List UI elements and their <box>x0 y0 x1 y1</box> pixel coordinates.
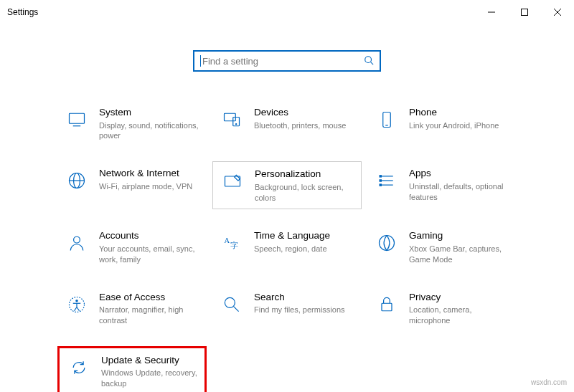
tile-accounts[interactable]: Accounts Your accounts, email, sync, wor… <box>57 224 207 270</box>
svg-line-34 <box>234 306 239 311</box>
svg-point-26 <box>380 236 395 251</box>
tile-title: Ease of Access <box>99 291 199 304</box>
svg-rect-20 <box>380 175 382 178</box>
search-icon <box>364 55 374 67</box>
tile-desc: Bluetooth, printers, mouse <box>254 120 354 131</box>
devices-icon <box>220 107 244 132</box>
tile-title: Time & Language <box>254 229 354 242</box>
svg-text:A: A <box>225 236 230 244</box>
svg-point-10 <box>236 124 237 125</box>
gaming-icon <box>375 231 399 255</box>
close-button[interactable] <box>541 0 574 24</box>
svg-rect-6 <box>70 113 85 123</box>
tile-title: Search <box>254 291 354 304</box>
tile-desc: Background, lock screen, colors <box>255 182 354 204</box>
svg-line-31 <box>75 307 77 310</box>
settings-grid: System Display, sound, notifications, po… <box>57 100 517 392</box>
svg-text:字: 字 <box>230 241 238 249</box>
phone-icon <box>375 107 399 132</box>
close-icon <box>554 9 561 16</box>
minimize-icon <box>488 9 495 16</box>
tile-desc: Narrator, magnifier, high contrast <box>99 305 199 326</box>
svg-point-28 <box>75 300 78 302</box>
tile-desc: Display, sound, notifications, power <box>99 120 199 142</box>
window-title: Settings <box>7 7 38 17</box>
tile-title: Accounts <box>99 229 199 242</box>
network-icon <box>65 168 89 193</box>
tile-title: Update & Security <box>101 354 197 367</box>
tile-title: Apps <box>409 167 509 180</box>
svg-rect-35 <box>382 303 392 311</box>
tile-title: System <box>99 106 199 119</box>
privacy-icon <box>375 292 399 317</box>
search-input[interactable] <box>193 50 381 72</box>
maximize-icon <box>521 9 528 16</box>
svg-rect-22 <box>380 184 382 187</box>
tile-title: Devices <box>254 106 354 119</box>
svg-line-5 <box>371 62 374 64</box>
watermark: wsxdn.com <box>531 378 567 386</box>
svg-rect-1 <box>522 9 528 15</box>
minimize-button[interactable] <box>475 0 508 24</box>
search-field[interactable] <box>202 56 364 67</box>
search-container <box>0 50 574 72</box>
svg-rect-16 <box>225 176 240 186</box>
tile-update-security[interactable]: Update & Security Windows Update, recove… <box>57 346 207 392</box>
tile-network[interactable]: Network & Internet Wi-Fi, airplane mode,… <box>57 161 207 209</box>
svg-point-23 <box>74 237 80 244</box>
system-icon <box>65 107 89 132</box>
tile-search[interactable]: Search Find my files, permissions <box>212 285 362 332</box>
svg-point-33 <box>225 297 235 307</box>
tile-title: Phone <box>409 106 509 119</box>
accounts-icon <box>65 231 89 255</box>
svg-line-32 <box>77 307 80 310</box>
apps-icon <box>375 168 399 193</box>
search-category-icon <box>220 292 244 317</box>
tile-apps[interactable]: Apps Uninstall, defaults, optional featu… <box>367 161 517 209</box>
time-language-icon: A字 <box>220 231 244 255</box>
tile-desc: Link your Android, iPhone <box>409 120 509 131</box>
titlebar: Settings <box>0 0 574 24</box>
tile-desc: Wi-Fi, airplane mode, VPN <box>99 181 199 192</box>
tile-devices[interactable]: Devices Bluetooth, printers, mouse <box>212 100 362 147</box>
tile-title: Privacy <box>409 291 509 304</box>
tile-gaming[interactable]: Gaming Xbox Game Bar, captures, Game Mod… <box>367 224 517 270</box>
tile-ease-of-access[interactable]: Ease of Access Narrator, magnifier, high… <box>57 285 207 332</box>
tile-time-language[interactable]: A字 Time & Language Speech, region, date <box>212 224 362 270</box>
text-cursor <box>200 55 201 67</box>
personalization-icon <box>220 169 245 193</box>
tile-personalization[interactable]: Personalization Background, lock screen,… <box>212 161 362 209</box>
maximize-button[interactable] <box>508 0 541 24</box>
tile-phone[interactable]: Phone Link your Android, iPhone <box>367 100 517 147</box>
svg-rect-21 <box>380 179 382 182</box>
tile-title: Gaming <box>409 229 509 242</box>
tile-privacy[interactable]: Privacy Location, camera, microphone <box>367 285 517 332</box>
svg-point-4 <box>365 56 372 62</box>
tile-desc: Speech, region, date <box>254 244 354 254</box>
tile-desc: Uninstall, defaults, optional features <box>409 181 509 203</box>
tile-title: Network & Internet <box>99 167 199 180</box>
tile-desc: Windows Update, recovery, backup <box>101 368 197 389</box>
tile-desc: Location, camera, microphone <box>409 305 509 326</box>
tile-desc: Find my files, permissions <box>254 305 354 315</box>
tile-desc: Your accounts, email, sync, work, family <box>99 244 199 265</box>
window-controls <box>475 0 574 24</box>
ease-of-access-icon <box>65 292 89 317</box>
tile-desc: Xbox Game Bar, captures, Game Mode <box>409 244 509 265</box>
update-security-icon <box>67 355 91 380</box>
tile-system[interactable]: System Display, sound, notifications, po… <box>57 100 207 147</box>
tile-title: Personalization <box>255 168 354 181</box>
